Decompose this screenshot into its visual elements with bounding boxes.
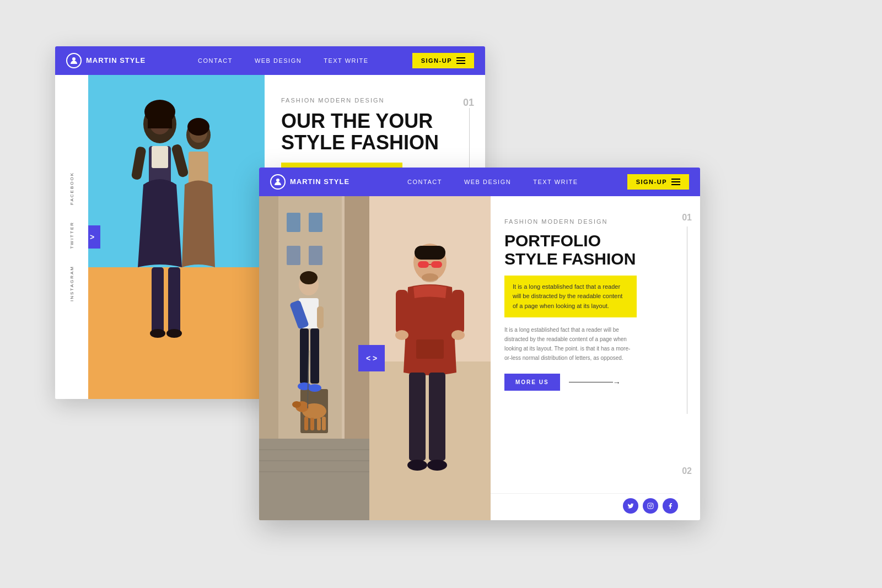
card1-sidebar: FACEBOOK TWITTER INSTAGRAM — [55, 75, 88, 399]
svg-rect-56 — [431, 261, 442, 268]
card2-yellow-highlight: It is a long established fact that a rea… — [504, 276, 637, 318]
card2-page-line — [687, 226, 687, 414]
content-title: OUR THE YOUR STYLE FASHION — [281, 110, 469, 154]
card2-bottom-separator — [491, 493, 678, 494]
card1-image-placeholder — [88, 75, 265, 399]
svg-point-19 — [276, 179, 279, 182]
page-number-1: 01 — [463, 97, 474, 109]
card2-body: < > 01 02 FASHION MODERN DESIGN PORTFOLI… — [259, 196, 700, 520]
nav-link-webdesign[interactable]: WEB DESIGN — [255, 57, 302, 64]
svg-rect-54 — [415, 246, 445, 260]
card2-brand[interactable]: MARTIN STYLE — [270, 174, 358, 190]
social-icon-twitter[interactable] — [623, 498, 638, 514]
card2-page-number-top: 01 — [682, 213, 692, 223]
social-icon-facebook[interactable] — [663, 498, 678, 514]
card1-navbar: MARTIN STYLE CONTACT WEB DESIGN TEXT WRI… — [55, 46, 485, 75]
svg-rect-16 — [168, 267, 180, 333]
card2-subtitle: FASHION MODERN DESIGN — [504, 218, 686, 225]
svg-point-17 — [150, 329, 165, 338]
svg-rect-43 — [317, 418, 321, 430]
svg-rect-15 — [152, 267, 164, 333]
svg-rect-60 — [396, 290, 408, 334]
svg-rect-6 — [148, 112, 172, 128]
hamburger-icon — [456, 57, 465, 64]
svg-rect-44 — [322, 417, 326, 430]
svg-point-36 — [308, 384, 321, 392]
nav-link-contact[interactable]: CONTACT — [198, 57, 233, 64]
card2: MARTIN STYLE CONTACT WEB DESIGN TEXT WRI… — [259, 168, 700, 520]
svg-rect-37 — [317, 306, 324, 328]
code-toggle-button[interactable]: < > — [88, 225, 100, 249]
card2-navbar: MARTIN STYLE CONTACT WEB DESIGN TEXT WRI… — [259, 168, 700, 196]
svg-point-58 — [422, 273, 438, 282]
svg-rect-55 — [418, 261, 429, 268]
svg-rect-42 — [310, 418, 314, 430]
sidebar-twitter[interactable]: TWITTER — [69, 222, 74, 249]
svg-rect-32 — [300, 328, 309, 384]
card2-nav-textwrite[interactable]: TEXT WRITE — [533, 179, 578, 185]
social-icon-instagram[interactable] — [643, 498, 658, 514]
svg-point-69 — [649, 505, 652, 507]
svg-rect-64 — [409, 373, 426, 461]
card2-nav-contact[interactable]: CONTACT — [407, 179, 442, 185]
svg-rect-25 — [309, 213, 322, 232]
svg-rect-33 — [310, 328, 319, 384]
svg-rect-68 — [648, 503, 653, 509]
brand-icon-2 — [270, 174, 286, 190]
card2-more-us-button[interactable]: MORE US — [504, 374, 560, 391]
svg-point-0 — [72, 57, 76, 61]
svg-point-18 — [166, 329, 182, 338]
sidebar-facebook[interactable]: FACEBOOK — [69, 172, 74, 205]
brand-icon — [66, 53, 82, 68]
svg-rect-27 — [309, 246, 322, 265]
svg-point-67 — [427, 460, 447, 471]
sidebar-instagram[interactable]: INSTAGRAM — [69, 266, 74, 301]
card2-body-text: It is a long established fact that a rea… — [504, 325, 637, 363]
svg-rect-10 — [152, 146, 168, 168]
card1-hero-image: < > — [88, 75, 265, 399]
svg-rect-41 — [304, 417, 308, 430]
hamburger-icon-2 — [671, 179, 680, 185]
svg-point-30 — [300, 271, 318, 284]
card2-images: < > — [259, 196, 491, 520]
card2-arrow-bar — [569, 382, 613, 382]
card2-image-right — [369, 196, 491, 520]
card2-content: 01 02 FASHION MODERN DESIGN PORTFOLIO ST… — [491, 196, 700, 520]
page-number-line — [469, 108, 470, 174]
card2-nav-links: CONTACT WEB DESIGN TEXT WRITE — [358, 179, 627, 185]
nav-link-textwrite[interactable]: TEXT WRITE — [324, 57, 368, 64]
card2-nav-webdesign[interactable]: WEB DESIGN — [464, 179, 511, 185]
scene: MARTIN STYLE CONTACT WEB DESIGN TEXT WRI… — [55, 46, 827, 542]
card1-nav-links: CONTACT WEB DESIGN TEXT WRITE — [154, 57, 412, 64]
card2-page-number-bottom: 02 — [682, 466, 692, 476]
code-toggle-button-2[interactable]: < > — [358, 345, 385, 371]
card2-more-us-section: MORE US → — [504, 374, 686, 391]
svg-point-63 — [451, 330, 465, 340]
svg-rect-65 — [429, 373, 445, 461]
card2-social-icons — [623, 498, 678, 514]
content-subtitle: FASHION MODERN DESIGN — [281, 97, 469, 104]
card1-signup-button[interactable]: SIGN-UP — [412, 53, 474, 68]
svg-rect-61 — [452, 290, 464, 334]
card2-title: PORTFOLIO STYLE FASHION — [504, 231, 686, 268]
svg-point-40 — [292, 401, 301, 408]
card2-signup-button[interactable]: SIGN-UP — [627, 174, 689, 190]
svg-point-13 — [187, 118, 209, 136]
card2-arrow-line: → — [569, 378, 621, 387]
card2-arrow-head-icon: → — [613, 378, 621, 387]
svg-rect-59 — [416, 339, 444, 359]
svg-rect-24 — [287, 213, 300, 232]
svg-rect-46 — [259, 439, 369, 520]
svg-point-70 — [652, 504, 653, 505]
svg-point-66 — [407, 460, 427, 471]
card2-image-left — [259, 196, 369, 520]
svg-point-62 — [395, 330, 408, 340]
svg-rect-26 — [287, 246, 300, 265]
card1-brand[interactable]: MARTIN STYLE — [66, 53, 154, 68]
